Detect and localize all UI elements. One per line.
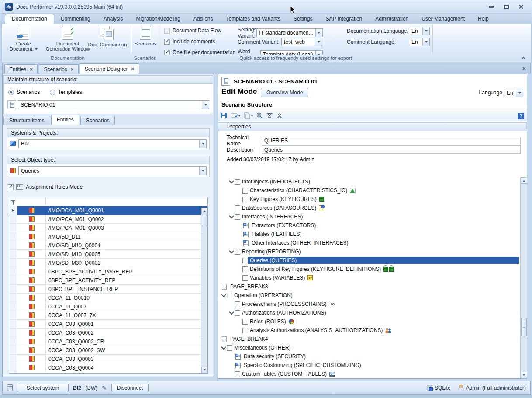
ribbon-tab-help[interactable]: Help xyxy=(471,14,495,24)
scroll-thumb[interactable] xyxy=(521,318,527,336)
entity-table-scrollbar[interactable]: ▲ ▼ xyxy=(201,208,207,373)
scenario-combo[interactable]: SCENARIO 01 xyxy=(18,100,209,109)
ribbon-tab-analysis[interactable]: Analysis xyxy=(97,14,130,24)
tree-item[interactable]: Operation (OPERATION) xyxy=(218,291,527,300)
doc-comparison-button[interactable]: Doc. Comparison xyxy=(86,26,129,47)
scroll-down-icon[interactable]: ▼ xyxy=(521,372,527,378)
close-icon[interactable]: × xyxy=(131,67,134,71)
ribbon-tab-add-ons[interactable]: Add-ons xyxy=(187,14,220,24)
chevron-down-icon[interactable] xyxy=(199,140,206,148)
radio-templates[interactable]: Templates xyxy=(50,89,82,95)
tree-item[interactable]: Queries (QUERIES) xyxy=(218,256,527,265)
tree-item[interactable]: Key Figures (KEYFIGURES) xyxy=(218,195,527,204)
chevron-down-icon[interactable] xyxy=(315,29,322,37)
tree-item[interactable]: Definitions of Key Figures (KEYFIGURE_DE… xyxy=(218,265,527,273)
help-icon[interactable]: ? xyxy=(518,113,524,119)
table-row[interactable]: 0CCA_11_Q007_7X xyxy=(9,311,207,320)
comment-variant-combo[interactable]: test_web xyxy=(281,38,322,46)
tree-checkbox[interactable] xyxy=(235,249,240,255)
table-row[interactable]: /IMO/PCA_M01_Q0003 xyxy=(9,224,207,232)
minimize-button[interactable] xyxy=(488,4,495,10)
tree-checkbox[interactable] xyxy=(242,188,248,194)
tree-checkbox[interactable] xyxy=(242,266,248,272)
chevron-down-icon[interactable] xyxy=(202,101,209,109)
documentation-language-combo[interactable]: En xyxy=(409,27,430,35)
current-user-label[interactable]: Admin (Full administrator) xyxy=(466,385,526,391)
document-generation-window-button[interactable]: ✓✓ Document Generation Window xyxy=(44,26,92,52)
table-filter-row[interactable] xyxy=(9,197,207,206)
save-icon[interactable] xyxy=(221,112,228,119)
tree-checkbox[interactable] xyxy=(235,205,240,211)
checkbox-include-comments[interactable]: Include comments xyxy=(164,38,215,45)
tree-item[interactable]: Roles (ROLES) xyxy=(218,317,527,326)
tree-checkbox[interactable] xyxy=(242,197,248,202)
tree-checkbox[interactable] xyxy=(235,301,240,307)
object-type-combo[interactable]: Queries xyxy=(18,166,207,175)
assignment-rules-checkbox[interactable] xyxy=(8,184,14,190)
chevron-down-icon[interactable] xyxy=(315,38,322,46)
ribbon-tab-templates-variants[interactable]: Templates and Variants xyxy=(220,14,287,24)
tree-item[interactable]: DataSources (DATASOURCES) xyxy=(218,204,527,212)
ribbon-tab-user-management[interactable]: User Management xyxy=(415,14,471,24)
restore-button[interactable] xyxy=(503,4,510,10)
table-row[interactable]: 0CCA_11_Q0010 xyxy=(9,294,207,302)
expander-icon[interactable] xyxy=(221,294,227,297)
chevron-down-icon[interactable] xyxy=(516,89,523,97)
close-icon[interactable]: × xyxy=(30,67,33,72)
table-row[interactable]: ▶/IMO/PCA_M01_Q0001 xyxy=(9,206,207,215)
assignment-rules-mode[interactable]: Assignment Rules Mode xyxy=(8,184,83,190)
table-row[interactable]: /IMO/SD_D11 xyxy=(9,232,207,241)
scenarios-button[interactable]: Scenarios xyxy=(134,26,157,46)
search-icon[interactable] xyxy=(256,112,263,119)
table-row[interactable]: 0BPC_BPF_ACTIVITY_PAGE_REP xyxy=(9,267,207,276)
expander-icon[interactable] xyxy=(228,180,235,183)
create-document-button[interactable]: Create Document. xyxy=(7,26,40,52)
close-button[interactable]: ✕ xyxy=(518,4,525,10)
table-row[interactable]: 0CCA_C03_Q0002_CR xyxy=(9,337,207,346)
tree-checkbox[interactable] xyxy=(235,179,240,185)
tree-checkbox[interactable] xyxy=(235,214,240,220)
tree-item[interactable]: InfoObjects (INFOOBJECTS) xyxy=(218,177,527,186)
chevron-down-icon[interactable] xyxy=(422,27,429,35)
scroll-down-icon[interactable]: ▼ xyxy=(201,367,208,373)
disconnect-button[interactable]: Disconnect xyxy=(111,384,149,392)
comment-language-combo[interactable]: En xyxy=(409,38,430,46)
tree-checkbox[interactable] xyxy=(227,293,232,298)
table-row[interactable]: 0CCA_C03_Q0002 xyxy=(9,329,207,337)
chevron-down-icon[interactable] xyxy=(422,38,429,46)
tree-item[interactable]: Interfaces (INTERFACES) xyxy=(218,212,527,221)
ribbon-tab-migration-modeling[interactable]: Migration/Modeling xyxy=(129,14,187,24)
table-row[interactable]: /IMO/SD_M10_Q0005 xyxy=(9,250,207,259)
document-copy-icon[interactable] xyxy=(243,112,253,119)
table-row[interactable]: 0CCA_C03_Q0001 xyxy=(9,320,207,329)
technical-name-input[interactable] xyxy=(262,137,521,145)
tree-checkbox[interactable] xyxy=(235,371,240,377)
tree-checkbox[interactable] xyxy=(242,328,248,333)
tree-item[interactable]: Custom Tables (CUSTOM_TABLES) xyxy=(218,370,527,378)
expander-icon[interactable] xyxy=(228,311,235,315)
table-row[interactable]: /IMO/SD_M30_Q0001 xyxy=(9,259,207,267)
tree-item[interactable]: Flatfiles (FLATFILES) xyxy=(218,230,527,239)
tree-item[interactable]: PAGE_BREAK4 xyxy=(218,335,527,343)
tree-item[interactable]: Miscellaneous (OTHER) xyxy=(218,343,527,352)
ribbon-tab-commenting[interactable]: Commenting xyxy=(54,14,97,24)
table-row[interactable]: /IMO/SD_M10_Q0004 xyxy=(9,241,207,250)
table-row[interactable]: 0CCA_C03_Q0003 xyxy=(9,355,207,363)
overview-mode-button[interactable]: Overview Mode xyxy=(261,88,308,97)
expander-icon[interactable] xyxy=(228,250,235,253)
tree-checkbox[interactable] xyxy=(242,319,248,325)
tree-item[interactable]: Extractors (EXTRACTORS) xyxy=(218,221,527,230)
chevron-down-icon[interactable] xyxy=(199,167,206,175)
subtab-scenarios[interactable]: Scenarios xyxy=(80,116,115,125)
tree-checkbox[interactable] xyxy=(242,275,248,281)
radio-dot[interactable] xyxy=(8,90,14,95)
expand-all-icon[interactable] xyxy=(266,112,273,119)
expander-icon[interactable] xyxy=(221,346,227,350)
settings-variant-combo[interactable]: IT standard documen... xyxy=(256,28,322,37)
table-row[interactable]: /IMO/PCA_M01_Q0002 xyxy=(9,215,207,224)
tree-item[interactable]: Processchains (PROCESSCHAINS) xyxy=(218,300,527,308)
table-row[interactable]: 0CCA_C03_Q0002_SW xyxy=(9,346,207,355)
tree-checkbox[interactable] xyxy=(227,345,232,351)
tab-entities[interactable]: Entities× xyxy=(4,64,38,74)
document-data-flow-checkbox[interactable] xyxy=(164,28,170,34)
